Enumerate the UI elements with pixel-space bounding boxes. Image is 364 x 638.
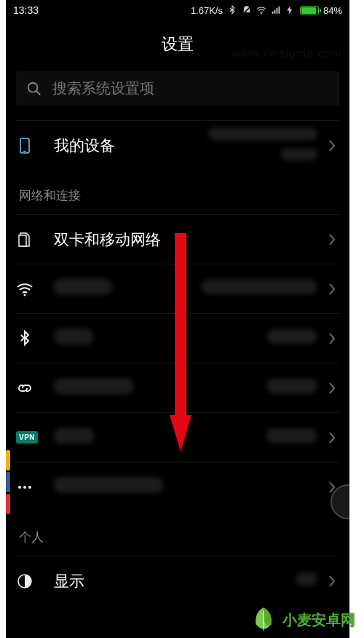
phone-icon (16, 137, 33, 154)
settings-list: 我的设备 网络和连接 双卡和移动网络 (6, 120, 349, 605)
svg-point-7 (24, 294, 26, 296)
row-label (54, 477, 317, 497)
svg-line-3 (36, 90, 41, 95)
search-bar[interactable] (16, 71, 339, 106)
row-label (54, 279, 201, 299)
row-label (54, 328, 266, 348)
row-dual-sim[interactable]: 双卡和移动网络 (16, 214, 339, 264)
page-title: 设置 (6, 20, 349, 71)
svg-point-10 (28, 486, 31, 489)
signal-icon (271, 5, 281, 15)
row-value (296, 572, 317, 589)
row-label (54, 428, 266, 447)
net-speed: 1.67K/s (191, 5, 223, 16)
chevron-right-icon (325, 283, 339, 296)
edge-tab (6, 494, 10, 514)
chevron-right-icon (325, 233, 339, 246)
edge-tab (6, 472, 10, 492)
svg-rect-4 (20, 138, 29, 153)
section-header-personal: 个人 (16, 511, 339, 556)
row-label: 我的设备 (54, 135, 208, 156)
svg-point-8 (18, 486, 21, 489)
battery-icon (300, 6, 319, 15)
sim-icon (16, 231, 33, 248)
chevron-right-icon (325, 382, 339, 395)
watermark-logo: 小麦安卓网 (248, 604, 361, 635)
chevron-right-icon (325, 575, 339, 588)
dnd-icon (242, 5, 252, 15)
leaf-icon (248, 604, 279, 635)
row-bluetooth[interactable] (16, 313, 339, 363)
row-value (201, 280, 317, 298)
chevron-right-icon (325, 139, 339, 152)
row-vpn[interactable]: VPN (16, 412, 339, 462)
bluetooth-icon (227, 5, 237, 15)
row-value (266, 428, 317, 446)
row-display[interactable]: 显示 (16, 556, 339, 605)
brightness-icon (16, 572, 33, 590)
edge-tab (6, 450, 10, 470)
status-time: 13:33 (13, 4, 39, 16)
chevron-right-icon (325, 431, 339, 444)
wifi-icon (256, 5, 266, 15)
link-icon (16, 379, 33, 397)
status-bar: 13:33 1.67K/s 84% (6, 0, 349, 20)
row-value (266, 379, 317, 397)
section-header-network: 网络和连接 (16, 170, 339, 214)
row-wifi[interactable] (16, 264, 339, 313)
row-hotspot[interactable] (16, 363, 339, 412)
battery-percent: 84% (323, 5, 342, 16)
row-label: 双卡和移动网络 (54, 229, 317, 250)
row-value (208, 127, 317, 164)
search-icon (26, 81, 42, 97)
row-label (54, 378, 266, 398)
row-my-device[interactable]: 我的设备 (16, 120, 339, 170)
wifi-icon (16, 280, 33, 298)
row-more[interactable] (16, 462, 339, 511)
row-value (266, 329, 317, 347)
charging-icon (285, 5, 296, 15)
search-input[interactable] (52, 80, 329, 97)
vpn-icon: VPN (16, 431, 38, 444)
svg-point-1 (261, 13, 262, 15)
settings-screen: 13:33 1.67K/s 84% 设置 我的设备 (6, 0, 349, 638)
watermark-text: 小麦安卓网 (282, 610, 355, 630)
row-label: 显示 (54, 571, 296, 591)
svg-point-9 (23, 486, 26, 489)
svg-point-2 (28, 82, 38, 92)
watermark-url: www.xmsigma.com (232, 47, 342, 60)
svg-rect-6 (19, 235, 26, 246)
bluetooth-icon (16, 330, 33, 347)
chevron-right-icon (325, 332, 339, 345)
more-icon (16, 478, 33, 496)
status-right: 1.67K/s 84% (191, 5, 342, 16)
